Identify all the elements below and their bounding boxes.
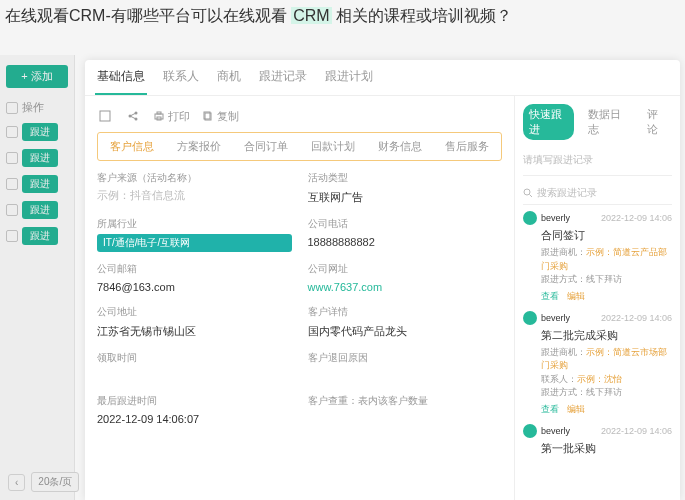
left-sidebar: + 添加 操作 跟进 跟进 跟进 跟进 跟进 xyxy=(0,55,75,500)
follow-button[interactable]: 跟进 xyxy=(22,149,58,167)
copy-button[interactable]: 复制 xyxy=(202,109,239,124)
edit-link[interactable]: 编辑 xyxy=(567,290,585,303)
subtab-service[interactable]: 售后服务 xyxy=(434,133,501,160)
expand-icon[interactable] xyxy=(97,108,113,124)
rtab-quick-follow[interactable]: 快速跟进 xyxy=(523,104,574,140)
share-icon[interactable] xyxy=(125,108,141,124)
svg-rect-7 xyxy=(157,112,161,114)
industry-tag: IT/通信/电子/互联网 xyxy=(97,234,292,252)
log-item: beverly2022-12-09 14:06 第一批采购 xyxy=(523,424,672,456)
subtab-finance[interactable]: 财务信息 xyxy=(367,133,434,160)
checkbox[interactable] xyxy=(6,126,18,138)
tab-basic-info[interactable]: 基础信息 xyxy=(95,60,147,95)
field-customer-source: 客户来源（活动名称） 示例：抖音信息流 xyxy=(97,171,292,207)
svg-line-4 xyxy=(131,114,135,116)
svg-line-5 xyxy=(131,117,135,119)
field-phone: 公司电话 18888888882 xyxy=(308,217,503,252)
print-button[interactable]: 打印 xyxy=(153,109,190,124)
svg-line-12 xyxy=(530,195,533,198)
search-icon xyxy=(523,188,533,198)
follow-input-box[interactable]: 请填写跟进记录 xyxy=(523,148,672,176)
sidebar-row: 跟进 xyxy=(0,223,74,249)
sub-tabs: 客户信息 方案报价 合同订单 回款计划 财务信息 售后服务 xyxy=(97,132,502,161)
subtab-customer-info[interactable]: 客户信息 xyxy=(98,133,165,160)
add-button[interactable]: + 添加 xyxy=(6,65,68,88)
search-follow[interactable]: 搜索跟进记录 xyxy=(523,182,672,205)
sidebar-row: 跟进 xyxy=(0,119,74,145)
log-item: beverly2022-12-09 14:06 合同签订 跟进商机：示例：简道云… xyxy=(523,211,672,303)
prev-page-button[interactable]: ‹ xyxy=(8,474,25,491)
subtab-quote[interactable]: 方案报价 xyxy=(165,133,232,160)
sidebar-row: 跟进 xyxy=(0,171,74,197)
pagination: ‹ 20条/页 xyxy=(8,472,79,492)
right-panel: 快速跟进 数据日志 评论 请填写跟进记录 搜索跟进记录 beverly2022-… xyxy=(515,96,680,500)
tab-follow-plan[interactable]: 跟进计划 xyxy=(323,60,375,95)
form-grid: 客户来源（活动名称） 示例：抖音信息流 活动类型 互联网广告 所属行业 IT/通… xyxy=(97,171,502,427)
subtab-payment[interactable]: 回款计划 xyxy=(300,133,367,160)
page-size-select[interactable]: 20条/页 xyxy=(31,472,79,492)
tab-contacts[interactable]: 联系人 xyxy=(161,60,201,95)
sidebar-row: 跟进 xyxy=(0,145,74,171)
sidebar-select-all[interactable]: 操作 xyxy=(0,96,74,119)
field-website: 公司网址 www.7637.com xyxy=(308,262,503,295)
modal-tabs: 基础信息 联系人 商机 跟进记录 跟进计划 xyxy=(85,60,680,96)
edit-link[interactable]: 编辑 xyxy=(567,403,585,416)
avatar xyxy=(523,311,537,325)
field-last-follow: 最后跟进时间 2022-12-09 14:06:07 xyxy=(97,394,292,427)
avatar xyxy=(523,211,537,225)
sidebar-row: 跟进 xyxy=(0,197,74,223)
field-detail: 客户详情 国内零代码产品龙头 xyxy=(308,305,503,341)
avatar xyxy=(523,424,537,438)
view-link[interactable]: 查看 xyxy=(541,403,559,416)
svg-point-11 xyxy=(524,189,530,195)
checkbox[interactable] xyxy=(6,230,18,242)
follow-button[interactable]: 跟进 xyxy=(22,227,58,245)
log-item: beverly2022-12-09 14:06 第二批完成采购 跟进商机：示例：… xyxy=(523,311,672,416)
right-tabs: 快速跟进 数据日志 评论 xyxy=(523,104,672,140)
follow-button[interactable]: 跟进 xyxy=(22,175,58,193)
follow-input[interactable]: 请填写跟进记录 xyxy=(523,154,593,165)
tab-opportunity[interactable]: 商机 xyxy=(215,60,243,95)
checkbox[interactable] xyxy=(6,204,18,216)
checkbox[interactable] xyxy=(6,152,18,164)
field-claim-time: 领取时间 xyxy=(97,351,292,384)
main-panel: 打印 复制 客户信息 方案报价 合同订单 回款计划 财务信息 售后服务 客户来源… xyxy=(85,96,515,500)
field-dup-check: 客户查重：表内该客户数量 xyxy=(308,394,503,427)
field-address: 公司地址 江苏省无锡市锡山区 xyxy=(97,305,292,341)
detail-modal: 基础信息 联系人 商机 跟进记录 跟进计划 打印 复制 客户信息 方案报价 合同… xyxy=(85,60,680,500)
website-link[interactable]: www.7637.com xyxy=(308,279,503,295)
page-overlay-title: 在线观看CRM-有哪些平台可以在线观看 CRM 相关的课程或培训视频？ xyxy=(5,5,512,27)
rtab-data-log[interactable]: 数据日志 xyxy=(582,104,633,140)
field-email: 公司邮箱 7846@163.com xyxy=(97,262,292,295)
subtab-contract[interactable]: 合同订单 xyxy=(232,133,299,160)
follow-button[interactable]: 跟进 xyxy=(22,123,58,141)
checkbox-all[interactable] xyxy=(6,102,18,114)
toolbar: 打印 复制 xyxy=(97,104,502,132)
checkbox[interactable] xyxy=(6,178,18,190)
follow-button[interactable]: 跟进 xyxy=(22,201,58,219)
field-return-reason: 客户退回原因 xyxy=(308,351,503,384)
rtab-comments[interactable]: 评论 xyxy=(641,104,672,140)
tab-follow-records[interactable]: 跟进记录 xyxy=(257,60,309,95)
field-industry: 所属行业 IT/通信/电子/互联网 xyxy=(97,217,292,252)
field-activity-type: 活动类型 互联网广告 xyxy=(308,171,503,207)
view-link[interactable]: 查看 xyxy=(541,290,559,303)
svg-rect-0 xyxy=(100,111,110,121)
